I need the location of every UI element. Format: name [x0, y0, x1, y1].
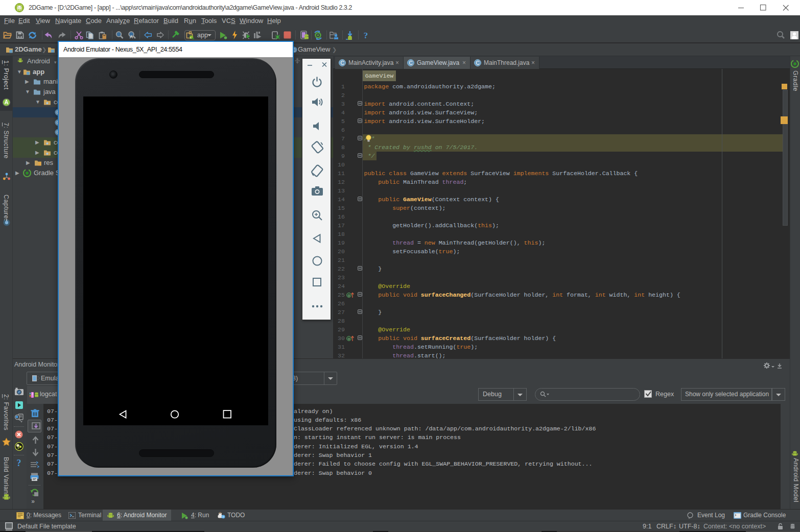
- svg-text:C: C: [409, 60, 412, 66]
- svg-text:?: ?: [17, 458, 21, 468]
- svg-text:o: o: [348, 336, 350, 341]
- svg-text:?: ?: [364, 31, 368, 40]
- svg-text:A: A: [130, 34, 133, 39]
- svg-text:C: C: [340, 60, 344, 66]
- svg-text:C: C: [476, 60, 479, 66]
- svg-text:o: o: [348, 293, 350, 298]
